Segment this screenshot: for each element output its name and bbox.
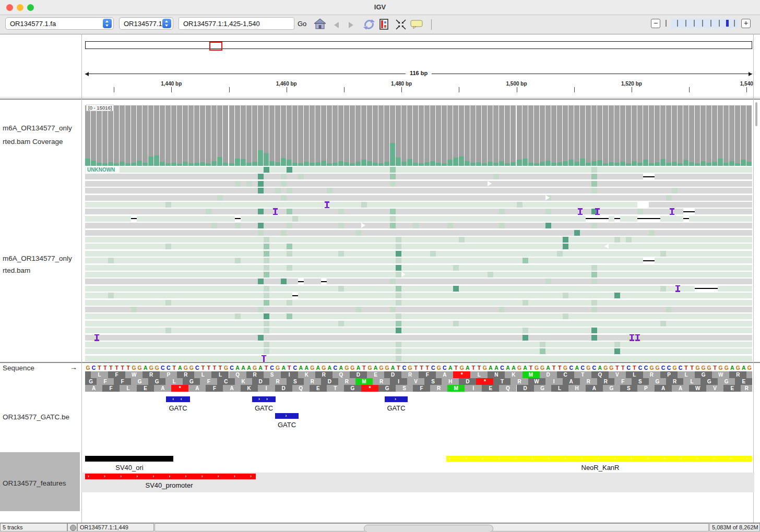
- coverage-bar[interactable]: [563, 105, 568, 166]
- read-row[interactable]: [85, 209, 752, 214]
- read-row[interactable]: [85, 181, 752, 187]
- coverage-bar[interactable]: [108, 105, 113, 166]
- read-row[interactable]: [85, 300, 752, 306]
- coverage-bar[interactable]: [643, 105, 648, 166]
- coverage-bar[interactable]: [419, 105, 424, 166]
- fit-window-icon[interactable]: [396, 19, 406, 30]
- panel-splitter[interactable]: [0, 362, 760, 363]
- coverage-bar[interactable]: [528, 105, 533, 166]
- genome-select[interactable]: OR134577.1.fa: [5, 17, 114, 30]
- read-row[interactable]: [85, 279, 752, 284]
- gatc-feature[interactable]: ›: [385, 396, 408, 402]
- coverage-bar[interactable]: [246, 105, 252, 166]
- coverage-track-label-line2[interactable]: rted.bam Coverage: [3, 138, 81, 146]
- coverage-bar[interactable]: [649, 105, 654, 166]
- read-row[interactable]: [85, 348, 752, 354]
- insertion-icon[interactable]: [94, 334, 99, 341]
- read-row[interactable]: [85, 328, 752, 333]
- insertion-icon[interactable]: [635, 334, 640, 341]
- coverage-bar[interactable]: [551, 105, 556, 166]
- coverage-bar[interactable]: [729, 105, 734, 166]
- coverage-bar[interactable]: [545, 105, 551, 166]
- coverage-bar[interactable]: [666, 105, 671, 166]
- read-row[interactable]: [85, 251, 752, 257]
- read-row[interactable]: [85, 244, 752, 249]
- coverage-bar[interactable]: [223, 105, 228, 166]
- coverage-bar[interactable]: [211, 105, 217, 166]
- coverage-bar[interactable]: [540, 105, 545, 166]
- feature-bar[interactable]: ›››››››››››››››››››: [446, 456, 752, 462]
- coverage-bar[interactable]: [413, 105, 418, 166]
- coverage-bar[interactable]: [102, 105, 108, 166]
- dropdown-stepper-icon[interactable]: [103, 19, 112, 28]
- coverage-bar[interactable]: [534, 105, 539, 166]
- coverage-bar[interactable]: [281, 105, 286, 166]
- features-track-label[interactable]: OR134577_features: [3, 479, 81, 487]
- insertion-icon[interactable]: [262, 355, 266, 362]
- coverage-bar[interactable]: [304, 105, 309, 166]
- coverage-bar[interactable]: [194, 105, 199, 166]
- coverage-bar[interactable]: [424, 105, 430, 166]
- coverage-bar[interactable]: [746, 105, 752, 166]
- coverage-bar[interactable]: [614, 105, 620, 166]
- dropdown-stepper-icon[interactable]: [162, 19, 171, 28]
- coverage-bar[interactable]: [660, 105, 666, 166]
- coverage-bar[interactable]: [114, 105, 119, 166]
- coverage-bar[interactable]: [586, 105, 591, 166]
- zoom-tick[interactable]: [685, 20, 686, 27]
- coverage-bar[interactable]: [574, 105, 579, 166]
- coverage-track-label-line1[interactable]: m6A_OR134577_only: [3, 124, 81, 132]
- coverage-bar[interactable]: [292, 105, 298, 166]
- coverage-bar[interactable]: [706, 105, 711, 166]
- coverage-bar[interactable]: [188, 105, 194, 166]
- coverage-bar[interactable]: [367, 105, 372, 166]
- coverage-bar[interactable]: [229, 105, 234, 166]
- coverage-bar[interactable]: [401, 105, 407, 166]
- coverage-bar[interactable]: [287, 105, 292, 166]
- gatc-feature[interactable]: ››: [252, 396, 276, 402]
- coverage-bar[interactable]: [700, 105, 706, 166]
- coverage-bar[interactable]: [355, 105, 361, 166]
- coverage-bar[interactable]: [315, 105, 320, 166]
- coverage-bar[interactable]: [453, 105, 458, 166]
- gatc-track-label[interactable]: OR134577_GATC.be: [3, 413, 81, 421]
- chromosome-select[interactable]: OR134577.1: [119, 17, 173, 30]
- coverage-bar[interactable]: [723, 105, 729, 166]
- coverage-bar[interactable]: [626, 105, 631, 166]
- coverage-bar[interactable]: [580, 105, 585, 166]
- coverage-bar[interactable]: [165, 105, 171, 166]
- coverage-bar[interactable]: [695, 105, 700, 166]
- coverage-bar[interactable]: [361, 105, 366, 166]
- coverage-bar[interactable]: [217, 105, 222, 166]
- coverage-bar[interactable]: [442, 105, 447, 166]
- coverage-bar[interactable]: [321, 105, 326, 166]
- read-row[interactable]: [85, 321, 752, 327]
- coverage-bar[interactable]: [390, 105, 395, 166]
- coverage-bar[interactable]: [407, 105, 412, 166]
- coverage-bar[interactable]: [120, 105, 125, 166]
- coverage-bar[interactable]: [344, 105, 349, 166]
- insertion-icon[interactable]: [675, 285, 680, 292]
- read-row[interactable]: [85, 195, 752, 201]
- coverage-bar[interactable]: [718, 105, 723, 166]
- coverage-bar[interactable]: [447, 105, 453, 166]
- read-row[interactable]: [85, 293, 752, 298]
- coverage-bar[interactable]: [465, 105, 470, 166]
- zoom-out-button[interactable]: −: [651, 19, 660, 28]
- coverage-bar[interactable]: [171, 105, 176, 166]
- coverage-bar[interactable]: [125, 105, 130, 166]
- coverage-bar[interactable]: [378, 105, 384, 166]
- coverage-bar[interactable]: [735, 105, 740, 166]
- coverage-bar[interactable]: [637, 105, 643, 166]
- chromosome-ideogram[interactable]: [85, 41, 752, 49]
- coverage-bar[interactable]: [298, 105, 303, 166]
- insertion-icon[interactable]: [670, 208, 674, 215]
- coverage-bar[interactable]: [459, 105, 464, 166]
- read-row[interactable]: [85, 188, 752, 194]
- insertion-icon[interactable]: [325, 201, 329, 208]
- coverage-bar[interactable]: [275, 105, 280, 166]
- refresh-icon[interactable]: [362, 18, 376, 31]
- coverage-bar[interactable]: [522, 105, 528, 166]
- zoom-tick[interactable]: [677, 20, 678, 27]
- ideogram-view-box[interactable]: [209, 42, 222, 51]
